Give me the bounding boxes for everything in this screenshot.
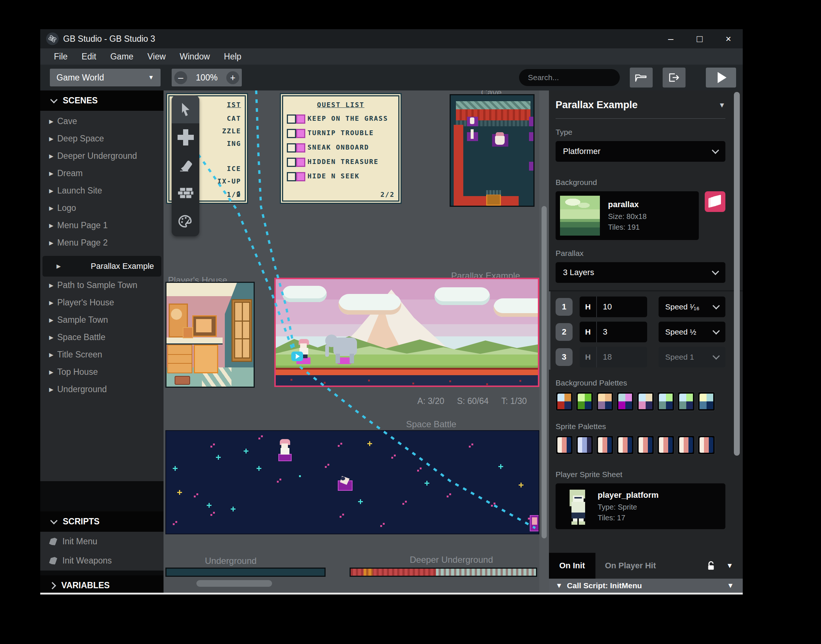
menu-help[interactable]: Help — [217, 48, 248, 64]
expand-icon[interactable]: ▶ — [49, 118, 57, 125]
run-game-button[interactable] — [706, 67, 736, 87]
expand-icon[interactable]: ▶ — [49, 334, 57, 341]
collision-tool-button[interactable] — [172, 179, 199, 207]
export-button[interactable] — [663, 67, 686, 87]
menu-view[interactable]: View — [140, 48, 172, 64]
open-project-folder-button[interactable] — [630, 67, 653, 87]
scene-type-select[interactable]: Platformer — [556, 141, 725, 162]
sidebar-item-deeper-underground[interactable]: ▶Deeper Underground — [43, 147, 161, 165]
scenes-section-header[interactable]: SCENES — [40, 90, 164, 111]
scene-play-button[interactable] — [291, 351, 303, 361]
expand-icon[interactable]: ▶ — [49, 240, 57, 246]
panel-scrollbar[interactable] — [734, 92, 740, 456]
expand-icon[interactable]: ▶ — [49, 135, 57, 142]
sidebar-item-launch-site[interactable]: ▶Launch Site — [43, 182, 161, 199]
zoom-out-button[interactable]: – — [174, 71, 187, 84]
scrollbar-thumb[interactable] — [542, 206, 547, 538]
sprite-palette-1[interactable] — [556, 435, 573, 455]
background-palette-8[interactable] — [698, 392, 715, 411]
lock-icon[interactable] — [707, 561, 715, 570]
edit-background-button[interactable] — [705, 191, 725, 212]
menu-file[interactable]: File — [47, 48, 75, 64]
game-world-canvas[interactable]: UIST S:CATOZZLELINGDIGIICEDIX-UPAG 1/2 Q… — [164, 90, 549, 593]
canvas-horizontal-scrollbar[interactable] — [196, 580, 272, 587]
sprite-palette-8[interactable] — [698, 435, 715, 455]
scripts-section-header[interactable]: SCRIPTS — [40, 511, 164, 532]
menu-edit[interactable]: Edit — [75, 48, 103, 64]
paint-tool-button[interactable] — [172, 207, 199, 236]
sidebar-item-underground[interactable]: ▶Underground — [43, 381, 161, 398]
menu-window[interactable]: Window — [173, 48, 217, 64]
sprite-palette-3[interactable] — [596, 435, 614, 455]
expand-icon[interactable]: ▶ — [49, 369, 57, 376]
sidebar-item-init-menu[interactable]: Init Menu — [40, 532, 164, 551]
sidebar-item-path-to-sample-town[interactable]: ▶Path to Sample Town — [43, 277, 161, 294]
menu-game[interactable]: Game — [103, 48, 141, 64]
view-selector-dropdown[interactable]: Game World ▼ — [50, 69, 161, 86]
sprite-palette-4[interactable] — [616, 435, 634, 455]
scene-parallax-example-selected[interactable] — [274, 278, 539, 387]
close-button[interactable]: × — [714, 29, 743, 48]
eraser-tool-button[interactable] — [172, 152, 199, 179]
tab-menu-icon[interactable]: ▼ — [726, 562, 733, 570]
background-asset-card[interactable]: parallax Size: 80x18 Tiles: 191 — [556, 191, 699, 240]
sidebar-item-dream[interactable]: ▶Dream — [43, 165, 161, 182]
expand-icon[interactable]: ▶ — [49, 170, 57, 177]
player-sprite-card[interactable]: player_platform Type: Sprite Tiles: 17 — [556, 483, 725, 529]
background-palette-6[interactable] — [657, 392, 674, 411]
collapse-icon[interactable]: ▼ — [556, 581, 562, 590]
select-tool-button[interactable] — [172, 95, 199, 123]
scene-menu-page-2[interactable]: QUEST LIST KEEP ON THE GRASSTURNIP TROUB… — [280, 93, 401, 204]
canvas-vertical-scrollbar[interactable] — [539, 90, 549, 593]
expand-icon[interactable]: ▶ — [49, 222, 57, 229]
scene-deeper-underground[interactable] — [349, 567, 537, 577]
event-menu-icon[interactable]: ▼ — [727, 581, 734, 590]
sidebar-item-parallax-example[interactable]: ▶Parallax Example — [43, 256, 161, 277]
sidebar-item-player-s-house[interactable]: ▶Player's House — [43, 294, 161, 311]
scene-players-house[interactable] — [165, 282, 255, 388]
background-palette-4[interactable] — [616, 392, 634, 411]
sidebar-item-cave[interactable]: ▶Cave — [43, 113, 161, 130]
parallax-layers-select[interactable]: 3 Layers — [556, 262, 725, 283]
expand-icon[interactable]: ▶ — [49, 282, 57, 289]
sidebar-item-menu-page-1[interactable]: ▶Menu Page 1 — [43, 217, 161, 234]
layer-speed-select[interactable]: Speed ½ — [659, 322, 725, 342]
search-input[interactable]: Search... — [519, 69, 620, 86]
scene-menu-icon[interactable]: ▼ — [718, 101, 725, 109]
maximize-button[interactable]: □ — [685, 29, 714, 48]
expand-icon[interactable]: ▶ — [49, 317, 57, 324]
layer-speed-select[interactable]: Speed ¹⁄₁₆ — [659, 296, 725, 317]
add-tool-button[interactable] — [172, 123, 199, 152]
expand-icon[interactable]: ▶ — [49, 386, 57, 393]
sidebar-item-deep-space[interactable]: ▶Deep Space — [43, 130, 161, 147]
sidebar-item-sample-town[interactable]: ▶Sample Town — [43, 311, 161, 329]
background-palette-3[interactable] — [596, 392, 614, 411]
expand-icon[interactable]: ▶ — [49, 188, 57, 194]
scene-underground[interactable] — [165, 567, 326, 577]
sprite-palette-7[interactable] — [677, 435, 695, 455]
background-palette-2[interactable] — [576, 392, 593, 411]
sprite-palette-6[interactable] — [657, 435, 674, 455]
sprite-palette-5[interactable] — [637, 435, 654, 455]
tab-on-player-hit[interactable]: On Player Hit — [596, 553, 666, 579]
sidebar-item-init-weapons[interactable]: Init Weapons — [40, 551, 164, 570]
expand-icon[interactable]: ▶ — [57, 263, 64, 270]
sidebar-item-space-battle[interactable]: ▶Space Battle — [43, 329, 161, 346]
sidebar-item-top-house[interactable]: ▶Top House — [43, 363, 161, 381]
event-call-script[interactable]: ▼ Call Script: InitMenu ▼ — [549, 579, 743, 593]
background-palette-1[interactable] — [556, 392, 573, 411]
expand-icon[interactable]: ▶ — [49, 153, 57, 159]
expand-icon[interactable]: ▶ — [49, 205, 57, 212]
minimize-button[interactable]: – — [656, 29, 685, 48]
sprite-palette-2[interactable] — [576, 435, 593, 455]
sidebar-item-logo[interactable]: ▶Logo — [43, 199, 161, 217]
scene-cave[interactable] — [450, 94, 535, 207]
expand-icon[interactable]: ▶ — [49, 351, 57, 358]
layer-height-input[interactable]: 10 — [597, 296, 647, 317]
tab-on-init[interactable]: On Init — [549, 553, 596, 579]
scene-space-battle[interactable] — [165, 430, 539, 534]
variables-section-header[interactable]: VARIABLES — [40, 575, 164, 593]
background-palette-5[interactable] — [637, 392, 654, 411]
background-palette-7[interactable] — [677, 392, 695, 411]
zoom-in-button[interactable]: + — [226, 71, 239, 84]
